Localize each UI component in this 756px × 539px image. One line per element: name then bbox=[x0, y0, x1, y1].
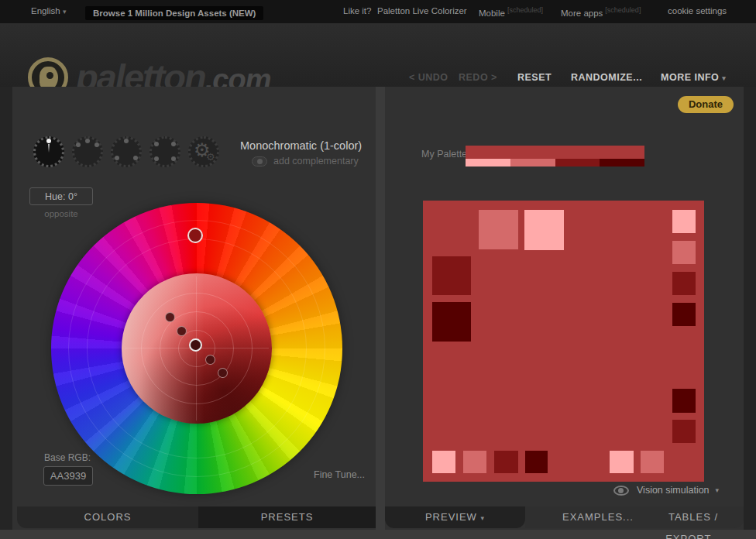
more-info-menu[interactable]: MORE INFO ▾ bbox=[661, 72, 726, 83]
scheme-monochromatic-button[interactable] bbox=[33, 136, 64, 167]
cookie-settings-link[interactable]: cookie settings bbox=[668, 6, 727, 15]
left-tab-bar: COLORS PRESETS bbox=[17, 506, 376, 528]
color-wheel[interactable] bbox=[51, 203, 342, 494]
tab-examples[interactable]: EXAMPLES... bbox=[562, 506, 634, 528]
palette-shade-swatch[interactable] bbox=[600, 159, 644, 167]
palette-shade-swatch[interactable] bbox=[555, 159, 600, 167]
chevron-down-icon: ▾ bbox=[722, 74, 726, 82]
undo-button[interactable]: < UNDO bbox=[409, 72, 448, 83]
scheme-freestyle-button[interactable]: ⚙ ⚙ bbox=[188, 136, 219, 167]
chevron-down-icon: ▾ bbox=[716, 486, 720, 494]
palette-shade-swatch[interactable] bbox=[510, 159, 555, 167]
live-colorizer-link[interactable]: Paletton Live Colorizer bbox=[377, 6, 467, 15]
redo-button[interactable]: REDO > bbox=[459, 72, 497, 83]
more-apps-link[interactable]: More apps[scheduled] bbox=[561, 6, 641, 18]
tab-presets[interactable]: PRESETS bbox=[198, 506, 376, 528]
scheduled-badge: [scheduled] bbox=[507, 6, 543, 14]
gear-icon: ⚙ bbox=[206, 151, 215, 163]
eye-icon bbox=[613, 486, 629, 496]
chevron-down-icon: ▾ bbox=[63, 8, 67, 15]
reset-button[interactable]: RESET bbox=[517, 72, 552, 83]
preview-swatch bbox=[672, 241, 696, 264]
right-frame-edge bbox=[744, 87, 756, 530]
scheme-adjacent-button[interactable] bbox=[72, 136, 103, 167]
preview-swatch bbox=[524, 210, 564, 250]
right-tab-bar: PREVIEW ▾ EXAMPLES... TABLES / EXPORT... bbox=[385, 506, 744, 528]
preview-swatch bbox=[672, 272, 696, 295]
language-selector[interactable]: English ▾ bbox=[31, 6, 66, 15]
preview-swatch bbox=[672, 210, 696, 233]
preview-swatch bbox=[432, 451, 455, 473]
preview-swatch bbox=[672, 389, 696, 413]
hue-marker[interactable] bbox=[187, 228, 203, 243]
scheme-tetrad-button[interactable] bbox=[149, 136, 180, 167]
preview-swatch bbox=[432, 302, 471, 342]
radio-icon bbox=[252, 156, 267, 167]
like-it-label: Like it? bbox=[343, 6, 371, 15]
tab-preview[interactable]: PREVIEW ▾ bbox=[385, 506, 525, 528]
header: paletton.com < UNDO REDO > RESET RANDOMI… bbox=[0, 23, 756, 87]
opposite-label[interactable]: opposite bbox=[29, 209, 93, 218]
preview-canvas bbox=[423, 201, 704, 482]
my-palette-label: My Palette: bbox=[421, 149, 470, 160]
chevron-down-icon: ▾ bbox=[481, 514, 486, 522]
preview-swatch bbox=[463, 451, 486, 473]
donate-button[interactable]: Donate bbox=[678, 96, 734, 113]
browse-assets-link[interactable]: Browse 1 Million Design Assets (NEW) bbox=[85, 6, 263, 20]
add-complementary-toggle[interactable]: add complementary bbox=[252, 156, 359, 167]
palette-shade-swatch[interactable] bbox=[466, 159, 510, 167]
preview-panel: Donate My Palette: Vision simulation ▾ P… bbox=[385, 87, 744, 530]
preview-swatch bbox=[672, 303, 696, 326]
base-rgb-input[interactable] bbox=[43, 466, 93, 486]
mobile-link[interactable]: Mobile[scheduled] bbox=[479, 6, 543, 18]
vision-simulation-menu[interactable]: Vision simulation ▾ bbox=[613, 485, 719, 496]
scheme-panel: ⚙ ⚙ Monochromatic (1-color) add compleme… bbox=[12, 87, 376, 530]
scheme-title: Monochromatic (1-color) bbox=[240, 139, 362, 152]
fine-tune-link[interactable]: Fine Tune... bbox=[314, 469, 365, 480]
hue-value-box[interactable]: Hue: 0° bbox=[29, 187, 93, 205]
preview-swatch bbox=[479, 210, 518, 249]
preview-swatch bbox=[641, 451, 664, 473]
preview-swatch bbox=[672, 420, 696, 443]
palette-strip[interactable] bbox=[466, 146, 644, 167]
shade-marker[interactable] bbox=[205, 355, 215, 365]
palette-base-swatch[interactable] bbox=[466, 146, 644, 159]
tab-tables[interactable]: TABLES / EXPORT... bbox=[643, 506, 744, 539]
preview-swatch bbox=[610, 451, 634, 473]
left-frame-edge bbox=[0, 87, 12, 530]
preview-swatch bbox=[494, 451, 518, 473]
tab-colors[interactable]: COLORS bbox=[17, 506, 198, 528]
top-bar: English ▾ Browse 1 Million Design Assets… bbox=[0, 0, 756, 23]
preview-swatch bbox=[432, 256, 471, 295]
preview-swatch bbox=[525, 451, 548, 473]
scheme-triad-button[interactable] bbox=[111, 136, 142, 167]
shade-marker[interactable] bbox=[165, 312, 175, 322]
right-tab-strip: EXAMPLES... TABLES / EXPORT... bbox=[525, 506, 744, 528]
shade-marker[interactable] bbox=[189, 338, 202, 352]
scheduled-badge: [scheduled] bbox=[605, 6, 641, 14]
shade-marker[interactable] bbox=[218, 368, 228, 378]
base-rgb-label: Base RGB: bbox=[44, 452, 91, 463]
shade-marker[interactable] bbox=[177, 326, 187, 336]
randomize-button[interactable]: RANDOMIZE... bbox=[571, 72, 642, 83]
